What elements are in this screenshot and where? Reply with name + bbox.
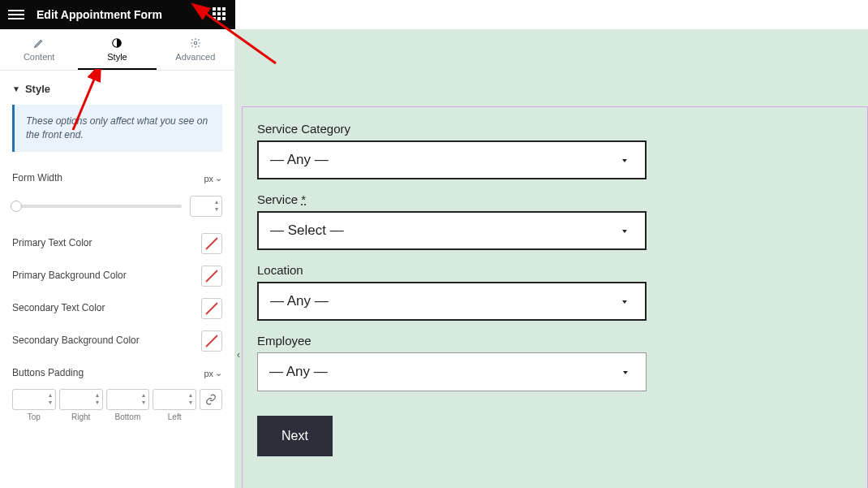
control-form-width: Form Width px ⌄ [12,166,222,191]
padding-top-input[interactable]: ▴▾ [12,389,56,410]
select-location[interactable]: — Any — ▼ [257,282,647,321]
chevron-down-icon: ⌄ [215,368,222,378]
section-title: Style [25,83,50,95]
no-color-icon [204,269,219,283]
svg-line-5 [206,335,217,347]
control-primary-bg-color: Primary Background Color [12,264,222,288]
tab-style[interactable]: Style [78,29,156,70]
slider-thumb[interactable] [11,201,22,212]
select-service-category[interactable]: — Any — ▼ [257,140,647,179]
stepper-arrows-icon: ▴▾ [142,391,145,406]
svg-line-2 [206,238,217,249]
padding-right-input[interactable]: ▴▾ [59,389,103,410]
section-toggle-style[interactable]: ▼ Style [12,83,222,95]
padding-bottom-input[interactable]: ▴▾ [106,389,150,410]
no-color-icon [204,301,219,316]
color-picker-primary-text[interactable] [201,233,222,254]
required-indicator: * [301,192,306,206]
color-picker-secondary-bg[interactable] [201,330,222,352]
color-picker-primary-bg[interactable] [201,266,222,287]
editor-header: Edit Appointment Form [0,0,235,29]
tab-label: Advanced [175,52,215,62]
link-values-button[interactable] [200,389,222,410]
control-secondary-bg-color: Secondary Background Color [12,329,222,353]
padding-left-input[interactable]: ▴▾ [153,389,196,410]
form-width-slider[interactable] [12,205,182,208]
no-color-icon [204,334,219,348]
chevron-down-icon: ▼ [621,157,629,163]
menu-icon[interactable] [8,6,24,23]
padding-dimensions: ▴▾ Top ▴▾ Right ▴▾ Bottom ▴▾ Left [12,389,222,421]
control-buttons-padding: Buttons Padding px ⌄ [12,361,222,386]
stepper-arrows-icon: ▴▾ [49,391,52,406]
unit-selector[interactable]: px ⌄ [204,173,222,184]
tab-content[interactable]: Content [0,29,78,70]
contrast-icon [111,37,122,49]
tab-advanced[interactable]: Advanced [157,29,234,70]
label-service-category: Service Category [257,122,853,136]
pencil-icon [33,37,45,49]
control-primary-text-color: Primary Text Color [12,231,222,256]
link-icon [205,394,217,405]
widget-container[interactable]: Service Category — Any — ▼ Service * — S… [242,106,868,488]
stepper-arrows-icon: ▴▾ [215,198,218,213]
label-employee: Employee [257,334,853,348]
gear-icon [190,37,201,49]
stepper-arrows-icon: ▴▾ [96,391,99,406]
label-service: Service * [257,192,853,206]
unit-selector-padding[interactable]: px ⌄ [204,368,222,378]
next-button[interactable]: Next [257,416,333,456]
chevron-down-icon: ▼ [621,369,630,375]
label-location: Location [257,263,853,277]
label-form-width: Form Width [12,172,204,184]
chevron-down-icon: ▼ [621,227,629,234]
chevron-down-icon: ▼ [621,298,629,304]
style-panel: ▼ Style These options only affect what y… [0,71,234,434]
caret-down-icon: ▼ [12,84,20,93]
form-width-value[interactable]: ▴▾ [190,196,222,217]
color-picker-secondary-text[interactable] [201,298,222,319]
preview-canvas: ‹ Service Category — Any — ▼ Service * —… [235,29,868,488]
select-service[interactable]: — Select — ▼ [257,211,647,250]
svg-point-1 [194,41,197,45]
stepper-arrows-icon: ▴▾ [189,391,192,406]
editor-title: Edit Appointment Form [37,8,213,21]
form-width-slider-row: ▴▾ [12,196,222,217]
svg-line-4 [206,303,217,314]
control-secondary-text-color: Secondary Text Color [12,296,222,321]
select-employee[interactable]: — Any — ▼ [257,352,647,391]
no-color-icon [204,236,219,251]
chevron-down-icon: ⌄ [215,173,222,184]
editor-tabs: Content Style Advanced [0,29,234,71]
tab-label: Content [24,52,55,62]
editor-sidebar: Content Style Advanced ▼ Style These opt… [0,29,235,488]
svg-line-3 [206,270,217,282]
panel-collapse-handle[interactable]: ‹ [234,346,243,364]
apps-grid-icon[interactable] [213,7,227,22]
info-message: These options only affect what you see o… [12,105,222,152]
tab-label: Style [107,52,127,62]
